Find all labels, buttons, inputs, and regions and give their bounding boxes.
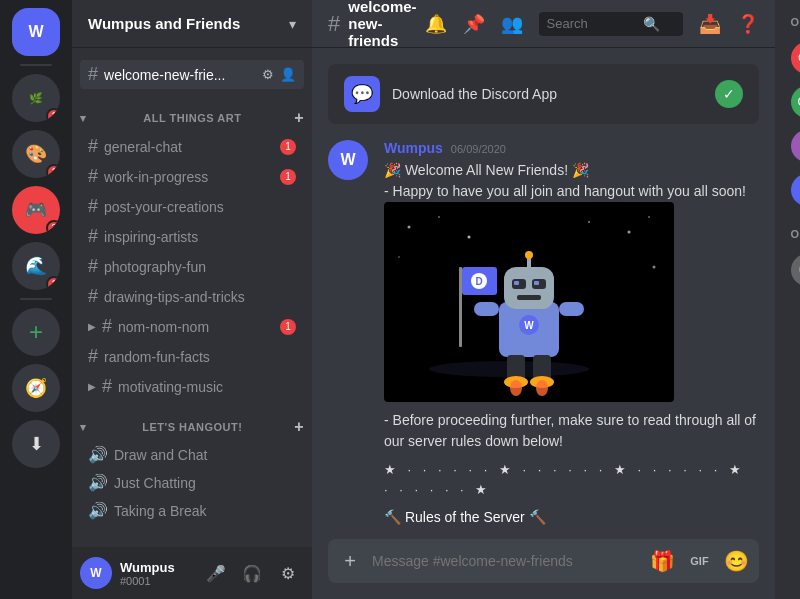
search-input[interactable] — [547, 16, 637, 31]
collapse-arrow: ▶ — [88, 381, 96, 392]
category-label: ALL THINGS ART — [143, 112, 241, 124]
main-content: # welcome-new-friends 🔔 📌 👥 🔍 📥 ❓ 💬 Down… — [312, 0, 775, 599]
channel-motivating-music[interactable]: ▶ # motivating-music — [80, 372, 304, 401]
user-controls: 🎤 🎧 ⚙ — [200, 557, 304, 589]
svg-point-22 — [525, 251, 533, 259]
message-input-box: + 🎁 GIF 😊 — [328, 539, 759, 583]
channel-name: work-in-progress — [104, 169, 274, 185]
channel-drawing-tips[interactable]: # drawing-tips-and-tricks — [80, 282, 304, 311]
pinned-channel-name: welcome-new-frie... — [104, 67, 256, 83]
header-icons: 🔔 📌 👥 🔍 📥 ❓ — [425, 12, 759, 36]
member-avatar: W — [791, 174, 800, 206]
gif-button[interactable]: GIF — [684, 551, 714, 571]
add-server-button[interactable]: + — [12, 308, 60, 356]
server-icon-3[interactable]: 🎮 3 — [12, 186, 60, 234]
members-sidebar: ONLINE—4 CC Clyde's Cousin CO Clyde's Ot… — [775, 0, 800, 599]
voice-draw-chat[interactable]: 🔊 Draw and Chat — [80, 441, 304, 468]
server-icon-1[interactable]: 🌿 1 — [12, 74, 60, 122]
add-channel-icon[interactable]: + — [294, 418, 304, 436]
pinned-channel[interactable]: # welcome-new-frie... ⚙ 👤 — [80, 60, 304, 89]
voice-just-chatting[interactable]: 🔊 Just Chatting — [80, 469, 304, 496]
collapse-arrow: ▶ — [88, 321, 96, 332]
input-right-buttons: 🎁 GIF 😊 — [644, 539, 754, 583]
chevron-down-icon: ▾ — [289, 16, 296, 32]
members-icon[interactable]: 👥 — [501, 13, 523, 35]
download-button[interactable]: ⬇ — [12, 420, 60, 468]
deafen-button[interactable]: 🎧 — [236, 557, 268, 589]
channel-name: post-your-creations — [104, 199, 296, 215]
svg-point-3 — [468, 236, 471, 239]
category-art: ▾ ALL THINGS ART + — [72, 93, 312, 131]
user-avatar: W — [80, 557, 112, 589]
inbox-icon[interactable]: 📥 — [699, 13, 721, 35]
server-list: W 🌿 1 🎨 1 🎮 3 🌊 1 + 🧭 ⬇ — [0, 0, 72, 599]
hash-icon: # — [88, 196, 98, 217]
svg-text:W: W — [524, 320, 534, 331]
svg-point-1 — [408, 226, 411, 229]
channel-inspiring[interactable]: # inspiring-artists — [80, 222, 304, 251]
hash-icon: # — [88, 346, 98, 367]
message-input[interactable] — [372, 542, 640, 580]
server-header[interactable]: Wumpus and Friends ▾ — [72, 0, 312, 48]
voice-channel-name: Draw and Chat — [114, 447, 207, 463]
members-icon[interactable]: 👤 — [280, 67, 296, 82]
server-name: Wumpus and Friends — [88, 15, 240, 32]
gift-button[interactable]: 🎁 — [644, 539, 680, 583]
emoji-button[interactable]: 😊 — [719, 539, 755, 583]
channel-name: photography-fun — [104, 259, 296, 275]
category-hangout: ▾ LET'S HANGOUT! + — [72, 402, 312, 440]
hash-icon: # — [88, 286, 98, 307]
speaker-icon: 🔊 — [88, 445, 108, 464]
collapse-icon[interactable]: ▾ — [80, 112, 87, 125]
channel-post-creations[interactable]: # post-your-creations — [80, 192, 304, 221]
message-line-1: 🎉 Welcome All New Friends! 🎉 — [384, 160, 759, 181]
mute-button[interactable]: 🎤 — [200, 557, 232, 589]
channel-photography[interactable]: # photography-fun — [80, 252, 304, 281]
help-icon[interactable]: ❓ — [737, 13, 759, 35]
server-icon-2[interactable]: 🎨 1 — [12, 130, 60, 178]
hash-icon: # — [102, 376, 112, 397]
channel-nom-nom[interactable]: ▶ # nom-nom-nom 1 — [80, 312, 304, 341]
channel-work-in-progress[interactable]: # work-in-progress 1 — [80, 162, 304, 191]
svg-rect-18 — [514, 281, 519, 285]
channel-general-chat[interactable]: # general-chat 1 — [80, 132, 304, 161]
online-section-title: ONLINE—4 — [783, 16, 800, 28]
hash-icon: # — [88, 64, 98, 85]
voice-channel-name: Just Chatting — [114, 475, 196, 491]
settings-icon[interactable]: ⚙ — [262, 67, 274, 82]
channel-random-facts[interactable]: # random-fun-facts — [80, 342, 304, 371]
message-time: 06/09/2020 — [451, 143, 506, 155]
server-icon-4[interactable]: 🌊 1 — [12, 242, 60, 290]
svg-point-8 — [653, 266, 656, 269]
svg-point-6 — [648, 216, 650, 218]
server-badge-3: 3 — [46, 220, 60, 234]
member-wumpus[interactable]: W Wumpus 🔥 — [783, 168, 800, 212]
member-clydes-friend[interactable]: CF Clyde's Friend — [783, 248, 800, 292]
member-clydes-cousin[interactable]: CC Clyde's Cousin — [783, 36, 800, 80]
collapse-icon[interactable]: ▾ — [80, 421, 87, 434]
settings-button[interactable]: ⚙ — [272, 557, 304, 589]
before-rules: - Before proceeding further, make sure t… — [384, 410, 759, 452]
pin-icon[interactable]: 📌 — [463, 13, 485, 35]
robot-image: D — [384, 202, 674, 402]
member-avatar: CO — [791, 86, 800, 118]
svg-rect-23 — [474, 302, 499, 316]
bell-icon[interactable]: 🔔 — [425, 13, 447, 35]
hash-icon: # — [88, 226, 98, 247]
speaker-icon: 🔊 — [88, 473, 108, 492]
voice-taking-break[interactable]: 🔊 Taking a Break — [80, 497, 304, 524]
rules-link[interactable]: 🔨 Rules of the Server 🔨 — [384, 507, 759, 528]
wumpus-avatar[interactable]: W — [328, 140, 368, 180]
add-channel-icon[interactable]: + — [294, 109, 304, 127]
message-line-2: - Happy to have you all join and hangout… — [384, 181, 759, 202]
svg-point-7 — [398, 256, 400, 258]
add-attachment-button[interactable]: + — [332, 539, 368, 583]
server-icon-wumpus[interactable]: W — [12, 8, 60, 56]
explore-button[interactable]: 🧭 — [12, 364, 60, 412]
member-nelly[interactable]: N Nelly — [783, 124, 800, 168]
search-box[interactable]: 🔍 — [539, 12, 683, 36]
member-clydes-other-cousin[interactable]: CO Clyde's Other Cousin — [783, 80, 800, 124]
channel-badge: 1 — [280, 169, 296, 185]
server-badge-4: 1 — [46, 276, 60, 290]
channel-list: # welcome-new-frie... ⚙ 👤 ▾ ALL THINGS A… — [72, 48, 312, 547]
